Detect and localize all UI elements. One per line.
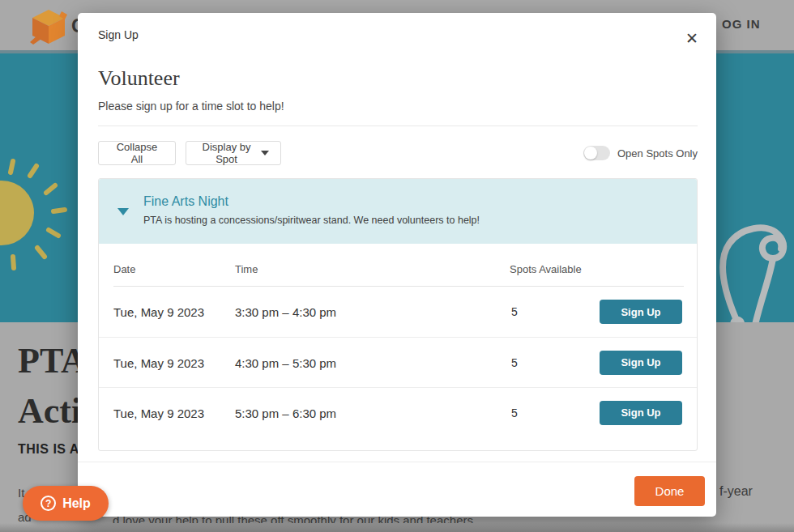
sun-illustration-icon bbox=[0, 155, 81, 292]
column-header-spots: Spots Available bbox=[510, 263, 582, 275]
modal-title: Sign Up bbox=[98, 28, 139, 41]
page-text-fragment: f-year bbox=[719, 484, 753, 499]
brand-name-fragment: C bbox=[71, 15, 78, 39]
event-panel: Fine Arts Night PTA is hosting a concess… bbox=[98, 178, 698, 451]
sign-up-button[interactable]: Sign Up bbox=[600, 300, 682, 324]
slot-time: 4:30 pm – 5:30 pm bbox=[235, 355, 336, 369]
sign-up-button[interactable]: Sign Up bbox=[600, 351, 682, 375]
column-header-time: Time bbox=[235, 263, 258, 275]
slot-time: 5:30 pm – 6:30 pm bbox=[235, 406, 336, 419]
slot-time: 3:30 pm – 4:30 pm bbox=[235, 305, 336, 319]
table-row: Tue, May 9 2023 5:30 pm – 6:30 pm 5 Sign… bbox=[99, 387, 697, 437]
volunteer-heading: Volunteer bbox=[98, 66, 180, 91]
chevron-down-icon bbox=[261, 151, 269, 155]
toggle-knob bbox=[584, 147, 597, 160]
footer-divider bbox=[78, 462, 716, 462]
column-header-date: Date bbox=[113, 263, 135, 275]
volunteer-subheading: Please sign up for a time slot to help! bbox=[98, 100, 284, 113]
slot-date: Tue, May 9 2023 bbox=[113, 355, 204, 369]
page-headline-line1: PTA bbox=[18, 340, 87, 381]
close-icon[interactable]: ✕ bbox=[685, 31, 698, 46]
brand-logo-icon bbox=[29, 8, 68, 45]
help-button[interactable]: ? Help bbox=[23, 486, 109, 521]
viewport-bottom-fade bbox=[0, 523, 794, 532]
login-link[interactable]: OG IN bbox=[722, 17, 761, 31]
heading-divider bbox=[98, 126, 698, 126]
collapse-all-button[interactable]: Collapse All bbox=[98, 141, 176, 165]
display-by-spot-label: Display by Spot bbox=[198, 141, 255, 165]
page-subheadline: THIS IS A bbox=[18, 442, 79, 457]
table-row: Tue, May 9 2023 3:30 pm – 4:30 pm 5 Sign… bbox=[99, 287, 697, 337]
signup-modal: Sign Up ✕ Volunteer Please sign up for a… bbox=[78, 13, 716, 517]
help-label: Help bbox=[62, 496, 91, 511]
event-accordion-header[interactable]: Fine Arts Night PTA is hosting a concess… bbox=[99, 179, 697, 244]
display-by-spot-dropdown[interactable]: Display by Spot bbox=[186, 141, 281, 165]
slot-date: Tue, May 9 2023 bbox=[113, 305, 204, 319]
open-spots-label: Open Spots Only bbox=[617, 147, 698, 160]
slot-date: Tue, May 9 2023 bbox=[113, 406, 204, 419]
done-button[interactable]: Done bbox=[634, 476, 705, 506]
chevron-down-icon[interactable] bbox=[117, 208, 129, 215]
slot-spots-available: 5 bbox=[511, 356, 518, 369]
open-spots-toggle[interactable] bbox=[583, 146, 610, 160]
event-description: PTA is hosting a concessions/spiritwear … bbox=[143, 215, 480, 226]
sign-up-button[interactable]: Sign Up bbox=[600, 401, 682, 425]
question-mark-icon: ? bbox=[41, 496, 56, 511]
slot-spots-available: 5 bbox=[511, 406, 518, 419]
slot-spots-available: 5 bbox=[511, 305, 518, 318]
table-row: Tue, May 9 2023 4:30 pm – 5:30 pm 5 Sign… bbox=[99, 337, 697, 387]
event-title[interactable]: Fine Arts Night bbox=[143, 194, 228, 209]
open-spots-toggle-group: Open Spots Only bbox=[583, 141, 698, 165]
collapse-all-label: Collapse All bbox=[110, 141, 164, 165]
